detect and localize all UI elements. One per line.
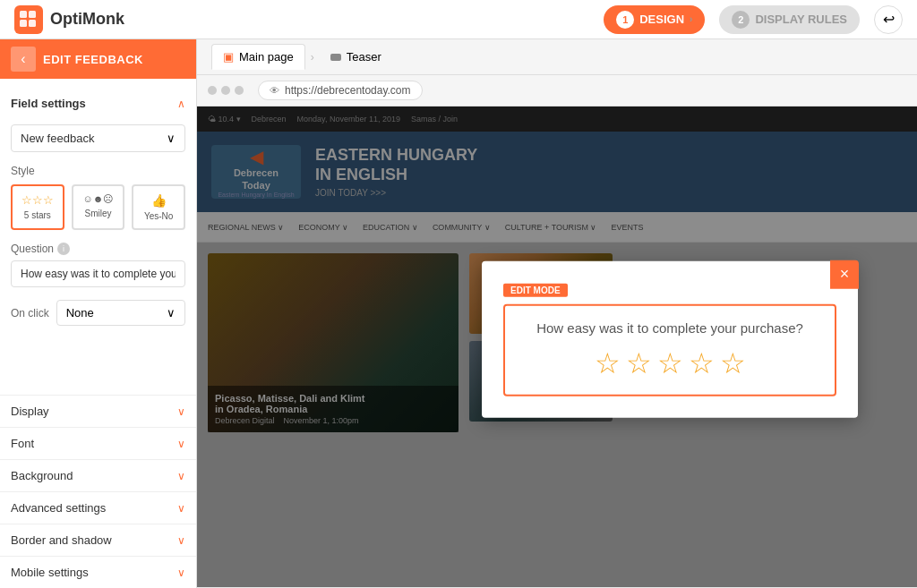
on-click-chevron: ∨ [167, 306, 176, 320]
left-panel: ‹ EDIT FEEDBACK Field settings ∧ New fee… [0, 39, 197, 588]
display-label: Display [11, 405, 49, 418]
star-5[interactable]: ☆ [720, 345, 746, 379]
border-shadow-chevron: ∨ [177, 534, 185, 547]
preview-area: 👁 https://debrecentoday.com 🌤 10.4 ▾ Deb… [197, 75, 917, 588]
edit-mode-badge: EDIT MODE [503, 283, 568, 296]
panel-content: Field settings ∧ New feedback ∨ Style ☆☆… [0, 79, 196, 395]
step1-number: 1 [616, 11, 634, 29]
eye-icon: 👁 [270, 85, 279, 96]
panel-back-button[interactable]: ‹ [11, 47, 36, 72]
advanced-settings-chevron: ∨ [177, 502, 185, 515]
mobile-settings-chevron: ∨ [177, 567, 185, 579]
tab-separator-chevron: › [311, 51, 314, 64]
browser-dot-1 [208, 86, 217, 95]
field-settings-header[interactable]: Field settings ∧ [11, 89, 185, 117]
style-options-group: ☆☆☆ 5 stars ☺☻☹ Smiley 👍 Yes-No [11, 184, 185, 230]
border-shadow-section[interactable]: Border and shadow ∨ [0, 524, 196, 556]
style-option-yesno[interactable]: 👍 Yes-No [132, 184, 185, 230]
style-option-smiley[interactable]: ☺☻☹ Smiley [72, 184, 125, 230]
browser-dots [208, 86, 244, 95]
step2-button[interactable]: 2 DISPLAY RULES [719, 5, 860, 34]
5stars-label: 5 stars [24, 210, 51, 220]
popup-question-area: How easy was it to complete your purchas… [503, 303, 836, 396]
panel-title: EDIT FEEDBACK [43, 53, 143, 66]
star-3[interactable]: ☆ [657, 345, 683, 379]
field-settings-label: Field settings [11, 97, 86, 110]
app-logo-icon [14, 5, 43, 34]
feedback-popup: × EDIT MODE How easy was it to complete … [482, 260, 858, 417]
tab-teaser[interactable]: Teaser [320, 45, 392, 69]
step2-label: DISPLAY RULES [755, 13, 847, 26]
logo-area: OptiMonk [14, 5, 124, 34]
advanced-settings-label: Advanced settings [11, 501, 106, 515]
background-label: Background [11, 469, 73, 482]
main-layout: ‹ EDIT FEEDBACK Field settings ∧ New fee… [0, 39, 917, 588]
svg-rect-1 [29, 11, 36, 18]
popup-question-text: How easy was it to complete your purchas… [516, 320, 824, 335]
question-label: Question [11, 243, 54, 255]
star-rating: ☆ ☆ ☆ ☆ ☆ [516, 345, 824, 379]
yesno-icon: 👍 [151, 193, 167, 208]
question-row: Question i [11, 243, 185, 255]
smiley-icon: ☺☻☹ [83, 193, 114, 205]
advanced-settings-section[interactable]: Advanced settings ∨ [0, 491, 196, 524]
question-info-icon[interactable]: i [57, 243, 70, 255]
style-option-5stars[interactable]: ☆☆☆ 5 stars [11, 184, 64, 230]
font-section[interactable]: Font ∨ [0, 427, 196, 459]
teaser-icon [330, 54, 341, 61]
url-text: https://debrecentoday.com [285, 84, 411, 97]
5stars-icon: ☆☆☆ [21, 193, 54, 207]
on-click-value: None [66, 306, 94, 320]
star-4[interactable]: ☆ [689, 345, 715, 379]
back-button[interactable]: ↩ [874, 5, 903, 34]
on-click-dropdown[interactable]: None ∨ [56, 300, 185, 326]
step2-number: 2 [732, 11, 750, 29]
right-area: ▣ Main page › Teaser 👁 https://debrec [197, 39, 917, 588]
question-input[interactable] [11, 260, 185, 287]
svg-rect-2 [20, 20, 27, 27]
mobile-settings-section[interactable]: Mobile settings ∨ [0, 556, 196, 588]
border-shadow-label: Border and shadow [11, 533, 112, 547]
on-click-label: On click [11, 307, 49, 320]
top-bar-actions: 1 DESIGN › 2 DISPLAY RULES ↩ [604, 5, 903, 34]
browser-dot-2 [221, 86, 230, 95]
step1-label: DESIGN [639, 13, 684, 26]
popup-close-button[interactable]: × [830, 260, 859, 288]
star-2[interactable]: ☆ [626, 345, 652, 379]
feedback-type-dropdown[interactable]: New feedback ∨ [11, 124, 185, 152]
svg-rect-3 [29, 20, 36, 27]
font-label: Font [11, 437, 34, 450]
mobile-settings-label: Mobile settings [11, 566, 89, 579]
display-chevron: ∨ [177, 405, 185, 418]
step1-button[interactable]: 1 DESIGN › [604, 5, 705, 34]
top-bar: OptiMonk 1 DESIGN › 2 DISPLAY RULES ↩ [0, 0, 917, 39]
style-label: Style [11, 165, 185, 177]
smiley-label: Smiley [85, 209, 112, 218]
panel-header: ‹ EDIT FEEDBACK [0, 39, 196, 79]
field-settings-chevron: ∧ [177, 98, 185, 110]
browser-chrome: 👁 https://debrecentoday.com [197, 75, 917, 107]
dropdown-chevron: ∨ [167, 132, 176, 145]
display-section[interactable]: Display ∨ [0, 395, 196, 427]
browser-dot-3 [235, 86, 244, 95]
browser-url-bar[interactable]: 👁 https://debrecentoday.com [258, 81, 423, 100]
tab-main-page-label: Main page [239, 50, 294, 64]
main-page-icon: ▣ [223, 50, 234, 64]
step1-chevron: › [690, 14, 692, 24]
background-section[interactable]: Background ∨ [0, 459, 196, 491]
tab-main-page[interactable]: ▣ Main page [211, 44, 305, 70]
tab-bar: ▣ Main page › Teaser [197, 39, 917, 75]
svg-rect-0 [20, 11, 27, 18]
tab-teaser-label: Teaser [347, 50, 381, 64]
font-chevron: ∨ [177, 438, 185, 450]
on-click-row: On click None ∨ [11, 300, 185, 326]
yesno-label: Yes-No [144, 211, 173, 221]
star-1[interactable]: ☆ [595, 345, 621, 379]
background-chevron: ∨ [177, 470, 185, 482]
app-logo-text: OptiMonk [50, 10, 124, 29]
dropdown-value: New feedback [21, 132, 94, 145]
website-preview: 🌤 10.4 ▾ Debrecen Monday, November 11, 2… [197, 107, 917, 587]
